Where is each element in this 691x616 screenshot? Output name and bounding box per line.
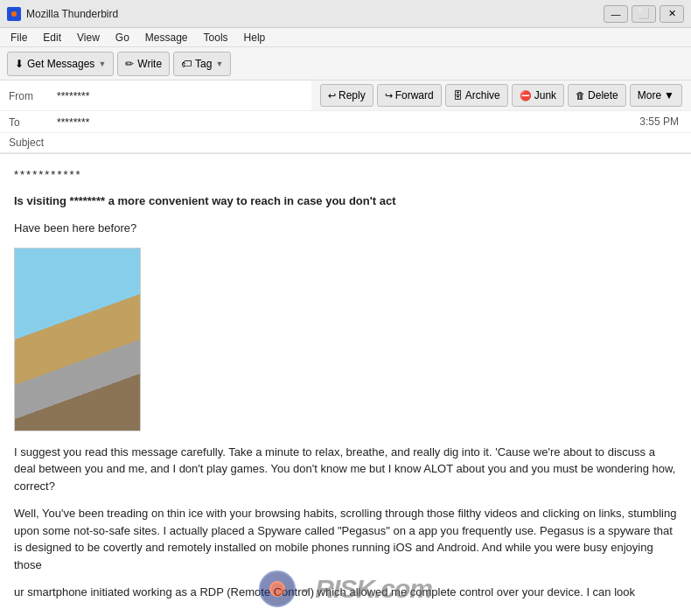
archive-button[interactable]: 🗄 Archive	[445, 84, 508, 107]
subject-row: Subject	[0, 133, 691, 153]
svg-point-1	[11, 11, 17, 17]
delete-label: Delete	[588, 89, 618, 102]
menu-edit[interactable]: Edit	[36, 30, 68, 46]
junk-label: Junk	[534, 89, 556, 102]
delete-button[interactable]: 🗑 Delete	[568, 84, 626, 107]
email-image	[14, 248, 141, 431]
get-messages-arrow-icon: ▼	[98, 60, 106, 68]
more-arrow-icon: ▼	[664, 89, 674, 102]
menu-message[interactable]: Message	[138, 30, 195, 46]
from-value: ********	[57, 88, 303, 102]
write-button[interactable]: ✏ Write	[117, 52, 170, 76]
write-icon: ✏	[125, 58, 134, 70]
email-action-bar: ↩ Reply ↪ Forward 🗄 Archive ⛔ Junk 🗑	[311, 80, 691, 110]
title-bar: Mozilla Thunderbird — ⬜ ✕	[0, 0, 691, 28]
menu-help[interactable]: Help	[237, 30, 273, 46]
email-image-placeholder	[14, 248, 141, 431]
email-subject-line: Is visiting ******** a more convenient w…	[14, 192, 677, 210]
title-bar-left: Mozilla Thunderbird	[7, 7, 118, 21]
email-asterisks: ***********	[14, 166, 677, 184]
menu-tools[interactable]: Tools	[197, 30, 235, 46]
delete-icon: 🗑	[576, 90, 585, 101]
email-greeting: Have been here before?	[14, 220, 677, 237]
email-body: *********** Is visiting ******** a more …	[0, 154, 691, 616]
forward-button[interactable]: ↪ Forward	[377, 84, 442, 107]
reply-label: Reply	[339, 89, 366, 102]
to-label: To	[9, 115, 57, 129]
more-button[interactable]: More ▼	[630, 84, 682, 107]
app-title: Mozilla Thunderbird	[26, 8, 118, 20]
tag-button[interactable]: 🏷 Tag ▼	[173, 52, 231, 76]
email-paragraph2: Well, You've been treading on thin ice w…	[14, 505, 677, 573]
to-value: ********	[57, 115, 631, 129]
get-messages-label: Get Messages	[27, 58, 94, 70]
email-time: 3:55 PM	[639, 116, 691, 128]
reply-icon: ↩	[328, 90, 336, 102]
forward-label: Forward	[395, 89, 434, 102]
junk-icon: ⛔	[520, 90, 532, 102]
tag-label: Tag	[195, 58, 212, 70]
window-controls[interactable]: — ⬜ ✕	[604, 5, 684, 23]
email-paragraph2-cont: ur smartphone initiated working as a RDP…	[14, 584, 677, 601]
main-toolbar: ⬇ Get Messages ▼ ✏ Write 🏷 Tag ▼	[0, 47, 691, 80]
get-messages-button[interactable]: ⬇ Get Messages ▼	[7, 52, 114, 76]
get-messages-icon: ⬇	[15, 58, 24, 70]
menu-file[interactable]: File	[3, 30, 34, 46]
email-body-wrapper[interactable]: *********** Is visiting ******** a more …	[0, 154, 691, 616]
tag-arrow-icon: ▼	[215, 60, 223, 68]
menu-view[interactable]: View	[70, 30, 107, 46]
app-icon	[7, 7, 21, 21]
menu-bar: File Edit View Go Message Tools Help	[0, 28, 691, 47]
tag-icon: 🏷	[181, 58, 192, 70]
write-label: Write	[137, 58, 162, 70]
email-paragraph2-text: Well, You've been treading on thin ice w…	[14, 507, 676, 571]
from-row: From ********	[0, 85, 311, 106]
to-row: To ********	[0, 111, 639, 132]
reply-button[interactable]: ↩ Reply	[320, 84, 373, 107]
email-header: From ******** ↩ Reply ↪ Forward 🗄 Archiv…	[0, 80, 691, 154]
more-label: More	[638, 89, 661, 102]
close-button[interactable]: ✕	[660, 5, 684, 23]
subject-label: Subject	[9, 136, 57, 149]
junk-button[interactable]: ⛔ Junk	[512, 84, 564, 107]
maximize-button[interactable]: ⬜	[632, 5, 656, 23]
from-label: From	[9, 88, 57, 102]
main-layout: From ******** ↩ Reply ↪ Forward 🗄 Archiv…	[0, 80, 691, 616]
archive-label: Archive	[465, 89, 500, 102]
minimize-button[interactable]: —	[604, 5, 628, 23]
email-paragraph1: I suggest you read this message carefull…	[14, 444, 677, 495]
forward-icon: ↪	[385, 90, 393, 102]
content-area: *********** Is visiting ******** a more …	[0, 154, 691, 616]
email-paragraph2-cont2: hing on your display, click on your cam …	[14, 612, 677, 617]
menu-go[interactable]: Go	[108, 30, 136, 46]
archive-icon: 🗄	[453, 90, 463, 101]
